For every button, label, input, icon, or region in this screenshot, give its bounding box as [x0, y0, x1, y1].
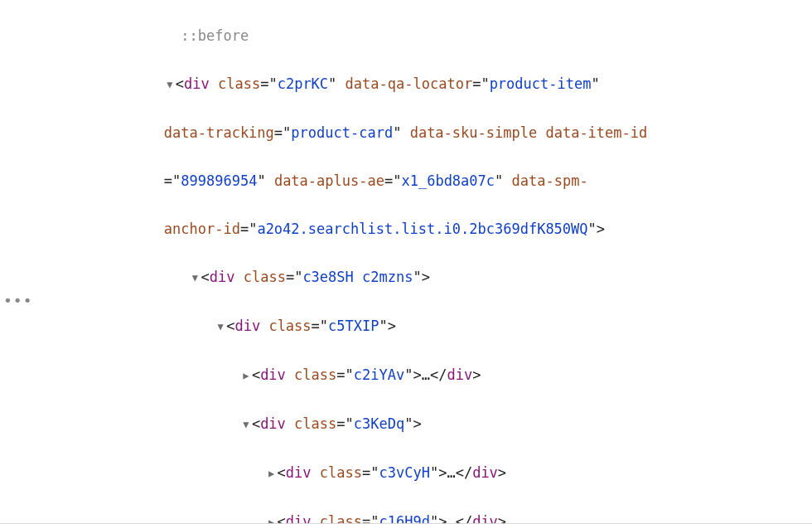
node-c2iYAv[interactable]: <div class="c2iYAv">…</div> [0, 363, 812, 388]
node-c16H9d[interactable]: <div class="c16H9d">…</div> [0, 510, 812, 524]
expand-toggle-icon[interactable] [240, 364, 252, 388]
expand-toggle-icon[interactable] [189, 266, 201, 290]
expand-toggle-icon[interactable] [266, 511, 278, 524]
node-c3e8SH[interactable]: <div class="c3e8SH c2mzns"> [0, 265, 812, 290]
node-c5TXIP[interactable]: <div class="c5TXIP"> [0, 314, 812, 339]
pseudo-before: ::before [181, 27, 249, 44]
dom-tree[interactable]: ::before <div class="c2prKC" data-qa-loc… [0, 0, 812, 524]
node-c3vCyH[interactable]: <div class="c3vCyH">…</div> [0, 461, 812, 486]
expand-toggle-icon[interactable] [240, 413, 252, 437]
node-product-item[interactable]: <div class="c2prKC" data-qa-locator="pro… [0, 72, 812, 97]
node-c3KeDq[interactable]: <div class="c3KeDq"> [0, 412, 812, 437]
expand-toggle-icon[interactable] [215, 315, 226, 339]
expand-toggle-icon[interactable] [266, 462, 278, 486]
expand-toggle-icon[interactable] [164, 73, 176, 97]
